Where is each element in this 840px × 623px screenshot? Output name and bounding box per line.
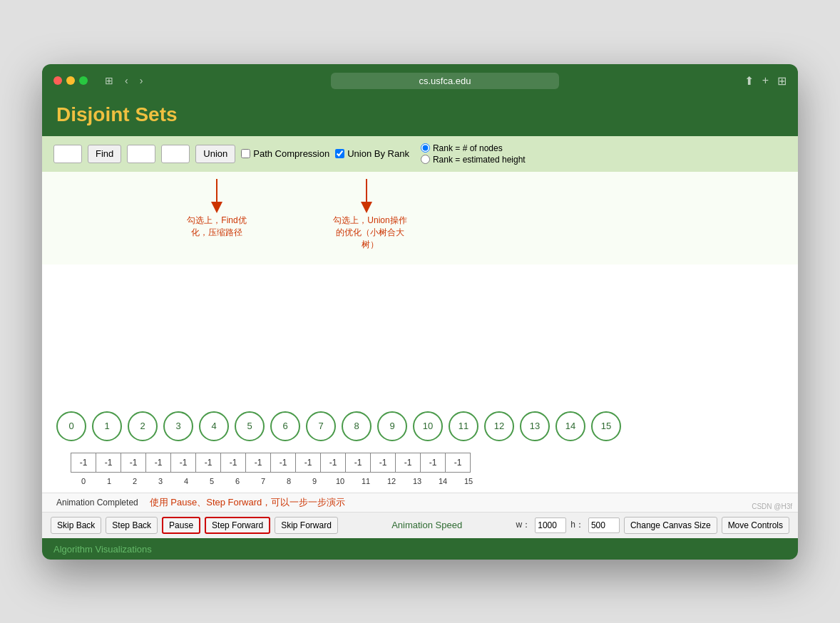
canvas-area: 0123456789101112131415 -1-1-1-1-1-1-1-1-… (42, 264, 798, 493)
node-circle[interactable]: 1 (92, 411, 122, 441)
skip-forward-button[interactable]: Skip Forward (275, 517, 338, 534)
node-circle[interactable]: 6 (270, 411, 300, 441)
rank-height-label: Rank = estimated height (433, 155, 526, 165)
move-controls-button[interactable]: Move Controls (722, 517, 789, 534)
rank-nodes-item: Rank = # of nodes (421, 143, 526, 153)
watermark: CSDN @H3f (752, 503, 792, 510)
skip-back-button[interactable]: Skip Back (51, 517, 101, 534)
node-circles-row: 0123456789101112131415 (42, 406, 798, 447)
footer: Algorithm Visualizations (42, 538, 798, 560)
step-back-button[interactable]: Step Back (106, 517, 158, 534)
array-label: 5 (199, 477, 225, 485)
array-label: 15 (456, 477, 481, 485)
array-label: 13 (404, 477, 430, 485)
array-cell: -1 (170, 453, 196, 473)
node-circle[interactable]: 8 (342, 411, 372, 441)
node-circle[interactable]: 4 (199, 411, 229, 441)
forward-button[interactable]: › (137, 73, 146, 88)
w-label: w： (516, 519, 531, 531)
node-circle[interactable]: 2 (128, 411, 158, 441)
node-circle[interactable]: 3 (163, 411, 193, 441)
array-cell: -1 (295, 453, 321, 473)
node-circle[interactable]: 9 (377, 411, 407, 441)
node-circle[interactable]: 0 (56, 411, 86, 441)
pause-button[interactable]: Pause (162, 517, 200, 534)
maximize-button[interactable] (79, 76, 88, 85)
traffic-lights (53, 76, 88, 85)
union-by-rank-group: Union By Rank (335, 148, 409, 159)
path-compression-label: Path Compression (253, 148, 329, 159)
annotation-2: 勾选上，Union操作的优化（小树合大树） (356, 175, 377, 215)
animation-completed-text: Animation Completed (56, 498, 138, 508)
height-input[interactable] (588, 518, 620, 533)
array-cell: -1 (395, 453, 421, 473)
array-label: 14 (430, 477, 456, 485)
title-bar-right: ⬆ + ⊞ (744, 74, 787, 88)
node-circle[interactable]: 13 (520, 411, 550, 441)
array-cells-row: -1-1-1-1-1-1-1-1-1-1-1-1-1-1-1-1 (56, 450, 798, 475)
array-label: 4 (173, 477, 199, 485)
input-field-3[interactable] (161, 145, 190, 163)
array-cell: -1 (220, 453, 246, 473)
node-circle[interactable]: 14 (555, 411, 585, 441)
array-label: 12 (379, 477, 404, 485)
minimize-button[interactable] (66, 76, 75, 85)
page-title: Disjoint Sets (56, 103, 784, 126)
animation-speed-label: Animation Speed (342, 520, 512, 530)
array-cell: -1 (370, 453, 396, 473)
share-icon[interactable]: ⬆ (744, 74, 754, 88)
address-bar-container (154, 73, 735, 89)
step-forward-button[interactable]: Step Forward (205, 517, 270, 534)
back-button[interactable]: ‹ (122, 73, 131, 88)
array-cell: -1 (270, 453, 296, 473)
sidebar-toggle[interactable]: ⊞ (102, 73, 116, 88)
array-cell: -1 (445, 453, 471, 473)
center-annotation-text: 使用 Pause、Step Forward，可以一步一步演示 (150, 496, 346, 509)
rank-options: Rank = # of nodes Rank = estimated heigh… (421, 143, 526, 165)
status-bar: Animation Completed 使用 Pause、Step Forwar… (42, 493, 798, 512)
input-field-2[interactable] (127, 145, 155, 163)
find-button[interactable]: Find (88, 145, 121, 163)
node-circle[interactable]: 7 (306, 411, 336, 441)
width-input[interactable] (535, 518, 566, 533)
down-arrow-1 (206, 175, 227, 215)
address-input[interactable] (331, 73, 559, 89)
union-by-rank-checkbox[interactable] (335, 149, 344, 158)
rank-nodes-radio[interactable] (421, 143, 430, 153)
array-label: 11 (353, 477, 379, 485)
close-button[interactable] (53, 76, 62, 85)
annotation-text-1: 勾选上，Find优化，压缩路径 (185, 215, 249, 239)
array-cell: -1 (345, 453, 371, 473)
title-bar: ⊞ ‹ › ⬆ + ⊞ (42, 64, 798, 98)
array-label: 8 (276, 477, 302, 485)
rank-nodes-label: Rank = # of nodes (433, 143, 503, 153)
change-canvas-size-button[interactable]: Change Canvas Size (624, 517, 717, 534)
page-title-bar: Disjoint Sets (42, 98, 798, 136)
browser-window: ⊞ ‹ › ⬆ + ⊞ Disjoint Sets Find Union Pat… (42, 64, 798, 560)
array-cell: -1 (145, 453, 171, 473)
array-cell: -1 (121, 453, 146, 473)
path-compression-checkbox[interactable] (241, 149, 250, 158)
main-content: 勾选上，Find优化，压缩路径 勾选上，Union操作的优化（小树合大树） 01… (42, 172, 798, 512)
node-circle[interactable]: 5 (235, 411, 265, 441)
array-cell: -1 (320, 453, 346, 473)
union-button[interactable]: Union (195, 145, 235, 163)
controls-bar: Skip Back Step Back Pause Step Forward S… (42, 512, 798, 538)
annotation-text-2: 勾选上，Union操作的优化（小树合大树） (331, 215, 409, 251)
new-tab-icon[interactable]: + (762, 74, 769, 88)
array-label: 3 (148, 477, 173, 485)
node-circle[interactable]: 12 (484, 411, 514, 441)
node-circle[interactable]: 15 (591, 411, 621, 441)
input-field-1[interactable] (53, 145, 82, 163)
rank-height-radio[interactable] (421, 155, 430, 164)
array-label: 2 (122, 477, 148, 485)
array-cell: -1 (245, 453, 271, 473)
annotation-1: 勾选上，Find优化，压缩路径 (206, 175, 227, 215)
array-label: 9 (302, 477, 327, 485)
grid-icon[interactable]: ⊞ (777, 74, 787, 88)
array-label: 7 (250, 477, 276, 485)
footer-link[interactable]: Algorithm Visualizations (53, 544, 152, 555)
array-label: 0 (71, 477, 96, 485)
node-circle[interactable]: 11 (449, 411, 478, 441)
node-circle[interactable]: 10 (413, 411, 443, 441)
